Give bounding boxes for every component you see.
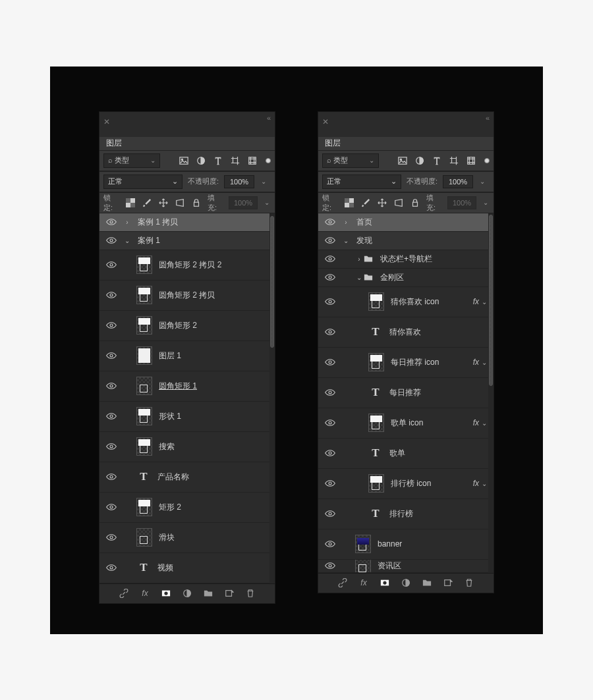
visibility-eye-icon[interactable] xyxy=(318,255,342,263)
expand-arrow-icon[interactable]: › xyxy=(342,219,350,226)
delete-layer-icon[interactable] xyxy=(464,578,474,588)
fill-chevron-icon[interactable]: ⌄ xyxy=(482,199,490,206)
layer-row[interactable]: › 案例 1 拷贝 xyxy=(99,213,275,232)
layer-row[interactable]: ⌄ 案例 1 xyxy=(99,232,275,250)
layer-name[interactable]: 视频 xyxy=(157,562,173,574)
layer-thumbnail[interactable] xyxy=(136,498,152,516)
layer-thumbnail[interactable] xyxy=(136,286,152,304)
layer-row[interactable]: T 猜你喜欢 xyxy=(318,317,494,348)
link-layers-icon[interactable] xyxy=(337,578,348,588)
visibility-eye-icon[interactable] xyxy=(99,352,123,360)
visibility-eye-icon[interactable] xyxy=(318,358,342,366)
layer-name[interactable]: 产品名称 xyxy=(157,471,189,483)
layer-thumbnail[interactable] xyxy=(136,437,152,456)
layer-row[interactable]: 排行榜 icon fx⌄ xyxy=(318,469,494,499)
lock-brush-icon[interactable] xyxy=(360,198,371,208)
visibility-eye-icon[interactable] xyxy=(318,273,342,281)
visibility-eye-icon[interactable] xyxy=(99,503,123,511)
filter-image-icon[interactable] xyxy=(179,155,189,166)
layer-row[interactable]: T 视频 xyxy=(99,553,275,583)
layer-row[interactable]: 圆角矩形 2 xyxy=(99,311,275,341)
lock-distort-icon[interactable] xyxy=(393,198,405,208)
layer-name[interactable]: 猜你喜欢 icon xyxy=(391,296,439,308)
close-icon[interactable]: ✕ xyxy=(322,119,329,125)
blend-mode-dropdown[interactable]: 正常⌄ xyxy=(103,175,183,189)
opacity-chevron-icon[interactable]: ⌄ xyxy=(478,178,486,185)
expand-arrow-icon[interactable]: › xyxy=(123,219,131,226)
new-layer-icon[interactable] xyxy=(443,578,453,588)
opacity-value[interactable]: 100% xyxy=(224,175,254,188)
filter-adjust-icon[interactable] xyxy=(414,155,425,166)
collapse-icon[interactable]: « xyxy=(486,114,490,122)
scrollbar[interactable] xyxy=(269,213,275,583)
lock-distort-icon[interactable] xyxy=(175,198,186,208)
visibility-eye-icon[interactable] xyxy=(318,562,342,570)
lock-all-icon[interactable] xyxy=(410,198,421,208)
layer-thumbnail[interactable] xyxy=(136,256,152,274)
layer-name[interactable]: 案例 1 拷贝 xyxy=(138,217,178,228)
filter-toggle-dot[interactable] xyxy=(266,158,271,163)
lock-transparent-icon[interactable] xyxy=(343,198,354,208)
new-layer-icon[interactable] xyxy=(224,588,235,599)
layer-name[interactable]: 发现 xyxy=(356,235,372,246)
fx-chevron-icon[interactable]: ⌄ xyxy=(482,419,487,427)
visibility-eye-icon[interactable] xyxy=(99,382,123,390)
layer-name[interactable]: 每日推荐 icon xyxy=(391,357,439,368)
layer-row[interactable]: 矩形 2 xyxy=(99,493,275,523)
layer-thumbnail[interactable] xyxy=(136,407,152,425)
lock-move-icon[interactable] xyxy=(376,198,387,208)
visibility-eye-icon[interactable] xyxy=(318,419,342,427)
panel-tab-layers[interactable]: 图层 xyxy=(318,137,494,150)
layer-name[interactable]: 猜你喜欢 xyxy=(389,327,421,338)
add-adjustment-icon[interactable] xyxy=(182,588,192,599)
close-icon[interactable]: ✕ xyxy=(103,119,110,125)
layer-name[interactable]: 案例 1 xyxy=(138,235,160,246)
scrollbar[interactable] xyxy=(488,213,494,573)
layer-row[interactable]: T 排行榜 xyxy=(318,499,494,529)
layer-row[interactable]: 歌单 icon fx⌄ xyxy=(318,408,494,439)
layer-name[interactable]: 圆角矩形 2 拷贝 2 xyxy=(159,259,221,271)
filter-type-dropdown[interactable]: ⌕类型 ⌄ xyxy=(322,153,379,168)
filter-adjust-icon[interactable] xyxy=(196,155,206,166)
layer-row[interactable]: 资讯区 xyxy=(318,560,494,573)
fx-chevron-icon[interactable]: ⌄ xyxy=(482,298,487,306)
layer-name[interactable]: 排行榜 icon xyxy=(391,478,431,489)
layer-thumbnail[interactable] xyxy=(136,377,152,395)
layer-row[interactable]: ⌄ 金刚区 xyxy=(318,269,494,287)
layer-row[interactable]: 形状 1 xyxy=(99,402,275,432)
layer-row[interactable]: ⌄ 发现 xyxy=(318,232,494,250)
delete-layer-icon[interactable] xyxy=(245,588,256,599)
expand-arrow-icon[interactable]: ⌄ xyxy=(123,237,131,244)
filter-toggle-dot[interactable] xyxy=(484,158,490,163)
visibility-eye-icon[interactable] xyxy=(99,443,123,450)
lock-transparent-icon[interactable] xyxy=(125,198,136,208)
layer-row[interactable]: 滑块 xyxy=(99,523,275,553)
filter-type-dropdown[interactable]: ⌕类型 ⌄ xyxy=(103,153,160,168)
layer-row[interactable]: › 状态栏+导航栏 xyxy=(318,250,494,269)
layer-thumbnail[interactable] xyxy=(355,560,371,573)
layer-name[interactable]: 矩形 2 xyxy=(159,502,181,513)
visibility-eye-icon[interactable] xyxy=(318,540,342,548)
visibility-eye-icon[interactable] xyxy=(99,291,123,299)
layer-row[interactable]: 圆角矩形 2 拷贝 xyxy=(99,281,275,311)
layer-row[interactable]: T 每日推荐 xyxy=(318,378,494,408)
layer-name[interactable]: 圆角矩形 2 xyxy=(159,320,197,331)
layer-row[interactable]: T 歌单 xyxy=(318,439,494,469)
layer-thumbnail[interactable] xyxy=(368,474,384,493)
layer-thumbnail[interactable] xyxy=(136,528,152,547)
visibility-eye-icon[interactable] xyxy=(318,298,342,306)
visibility-eye-icon[interactable] xyxy=(99,321,123,329)
layer-name[interactable]: 歌单 icon xyxy=(391,417,423,429)
layer-row[interactable]: 圆角矩形 1 xyxy=(99,371,275,402)
visibility-eye-icon[interactable] xyxy=(99,236,123,244)
layer-row[interactable]: › 首页 xyxy=(318,213,494,232)
visibility-eye-icon[interactable] xyxy=(99,473,123,481)
layer-row[interactable]: banner xyxy=(318,529,494,560)
filter-shape-icon[interactable] xyxy=(230,155,240,166)
add-mask-icon[interactable] xyxy=(161,588,171,599)
layer-thumbnail[interactable] xyxy=(355,535,371,553)
fx-label[interactable]: fx xyxy=(473,479,479,488)
layer-name[interactable]: 形状 1 xyxy=(159,411,181,422)
fx-button-icon[interactable]: fx xyxy=(140,588,150,599)
layer-row[interactable]: T 产品名称 xyxy=(99,462,275,493)
